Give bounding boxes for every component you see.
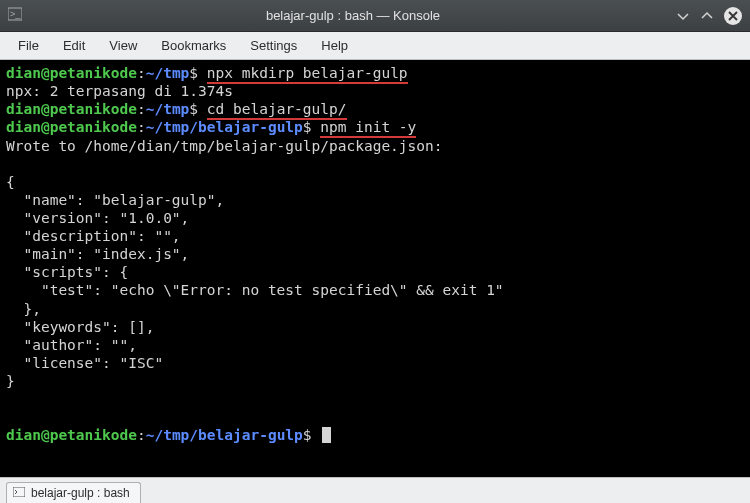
prompt-path: ~/tmp/belajar-gulp <box>146 427 303 443</box>
tab-active[interactable]: belajar-gulp : bash <box>6 482 141 503</box>
terminal-line: dian@petanikode:~/tmp$ cd belajar-gulp/ <box>6 100 744 118</box>
menu-view[interactable]: View <box>99 34 147 57</box>
cursor <box>322 427 331 443</box>
terminal-output: "scripts": { <box>6 263 744 281</box>
terminal-output: "license": "ISC" <box>6 354 744 372</box>
terminal-output: "main": "index.js", <box>6 245 744 263</box>
prompt-path: ~/tmp/belajar-gulp <box>146 119 303 135</box>
menu-edit[interactable]: Edit <box>53 34 95 57</box>
terminal-line: dian@petanikode:~/tmp$ npx mkdirp belaja… <box>6 64 744 82</box>
close-button[interactable] <box>724 7 742 25</box>
terminal-line: dian@petanikode:~/tmp/belajar-gulp$ <box>6 426 744 444</box>
terminal-output: "name": "belajar-gulp", <box>6 191 744 209</box>
tab-label: belajar-gulp : bash <box>31 486 130 500</box>
svg-rect-2 <box>13 487 25 497</box>
terminal-output: "keywords": [], <box>6 318 744 336</box>
svg-text:>_: >_ <box>10 9 21 19</box>
window-title: belajar-gulp : bash — Konsole <box>30 8 676 23</box>
terminal-output: Wrote to /home/dian/tmp/belajar-gulp/pac… <box>6 137 744 155</box>
command-text: npx mkdirp belajar-gulp <box>207 65 408 84</box>
terminal-output: }, <box>6 300 744 318</box>
prompt-user: dian@petanikode <box>6 101 137 117</box>
menu-settings[interactable]: Settings <box>240 34 307 57</box>
terminal-output: npx: 2 terpasang di 1.374s <box>6 82 744 100</box>
terminal-output: "description": "", <box>6 227 744 245</box>
prompt-user: dian@petanikode <box>6 65 137 81</box>
terminal-output: "author": "", <box>6 336 744 354</box>
terminal-output: "test": "echo \"Error: no test specified… <box>6 281 744 299</box>
terminal-area[interactable]: dian@petanikode:~/tmp$ npx mkdirp belaja… <box>0 60 750 477</box>
tab-terminal-icon <box>13 487 25 499</box>
command-text: npm init -y <box>320 119 416 138</box>
terminal-line: dian@petanikode:~/tmp/belajar-gulp$ npm … <box>6 118 744 136</box>
terminal-output: } <box>6 372 744 390</box>
menu-help[interactable]: Help <box>311 34 358 57</box>
prompt-path: ~/tmp <box>146 101 190 117</box>
minimize-button[interactable] <box>676 9 690 23</box>
titlebar: >_ belajar-gulp : bash — Konsole <box>0 0 750 32</box>
menu-bookmarks[interactable]: Bookmarks <box>151 34 236 57</box>
prompt-user: dian@petanikode <box>6 119 137 135</box>
terminal-output: { <box>6 173 744 191</box>
prompt-user: dian@petanikode <box>6 427 137 443</box>
menubar: File Edit View Bookmarks Settings Help <box>0 32 750 60</box>
maximize-button[interactable] <box>700 9 714 23</box>
terminal-icon: >_ <box>8 7 22 24</box>
tabbar: belajar-gulp : bash <box>0 477 750 503</box>
menu-file[interactable]: File <box>8 34 49 57</box>
window-controls <box>676 7 742 25</box>
prompt-path: ~/tmp <box>146 65 190 81</box>
terminal-output: "version": "1.0.0", <box>6 209 744 227</box>
